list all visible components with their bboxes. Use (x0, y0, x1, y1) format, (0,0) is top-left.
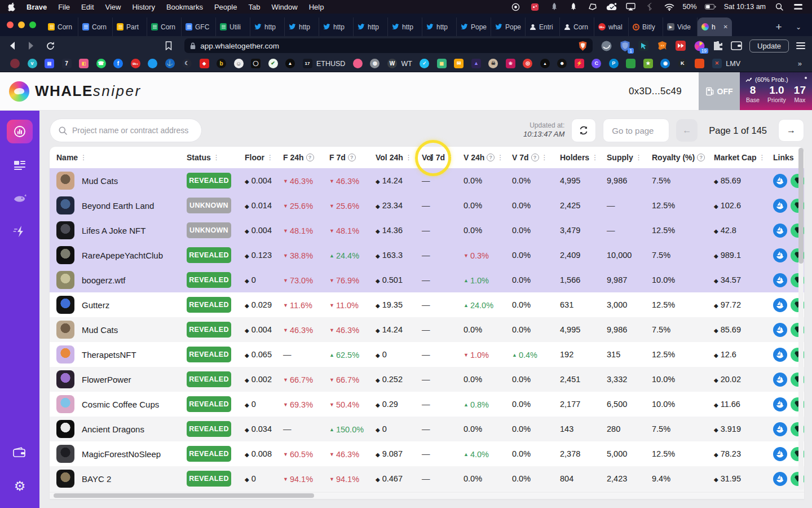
column-menu-icon[interactable]: ⋮ (758, 154, 765, 161)
new-tab-button[interactable]: + (769, 17, 788, 36)
column-header-supply[interactable]: Supply⋮ (607, 153, 652, 162)
column-header-f-7d[interactable]: F 7d? (329, 153, 376, 162)
column-menu-icon[interactable]: ⋮ (405, 154, 412, 161)
menu-item-people[interactable]: People (214, 3, 237, 11)
horizontal-scrollbar-thumb[interactable] (54, 493, 314, 498)
browser-tab-9[interactable]: http (319, 17, 354, 36)
menu-item-edit[interactable]: Edit (81, 3, 94, 11)
table-row-flowerpower[interactable]: FlowerPowerREVEALED◆0.002▼66.7%▼66.7%◆0.… (50, 367, 804, 392)
browser-tab-18[interactable]: bBitly (629, 17, 663, 36)
browser-tab-1[interactable]: Corn (44, 17, 78, 36)
opensea-link-icon[interactable] (773, 397, 787, 411)
column-help-icon[interactable]: ? (697, 154, 705, 161)
column-header-f-24h[interactable]: F 24h? (283, 153, 329, 162)
browser-tab-15[interactable]: Entri (526, 17, 560, 36)
bookmark-33-icon[interactable]: P (609, 59, 619, 68)
address-bar[interactable]: app.whaletogether.com (184, 38, 593, 53)
opensea-link-icon[interactable] (773, 323, 787, 337)
bookmark-12-icon[interactable]: ◆ (200, 59, 209, 68)
minimize-window-button[interactable] (18, 21, 25, 28)
opensea-link-icon[interactable] (773, 174, 787, 188)
opensea-link-icon[interactable] (773, 248, 787, 262)
forward-button[interactable] (26, 40, 37, 51)
bookmark-page-icon[interactable] (163, 40, 174, 51)
browser-tab-11[interactable]: http (388, 17, 422, 36)
browser-tab-19[interactable]: ▶Vide (663, 17, 698, 36)
bookmark-26-icon[interactable]: ☠ (488, 59, 498, 68)
sidebar-item-settings[interactable]: ⚙ (7, 474, 33, 498)
sidebar-item-dashboard[interactable] (7, 120, 33, 143)
table-row-beyond-earth-land[interactable]: Beyond Earth LandUNKNOWN◆0.014▼25.6%▼25.… (50, 193, 804, 218)
browser-tab-8[interactable]: http (285, 17, 319, 36)
opensea-link-icon[interactable] (773, 224, 787, 238)
menu-item-view[interactable]: View (105, 3, 121, 11)
bookmark-29-icon[interactable]: ▲ (540, 59, 550, 68)
column-header-vol-7d[interactable]: Vol 7d⋮ (422, 153, 464, 162)
next-page-button[interactable]: → (778, 119, 804, 142)
maximize-window-button[interactable] (29, 21, 36, 28)
bookmark-14-icon[interactable]: ☺ (234, 59, 244, 68)
close-window-button[interactable] (7, 21, 14, 28)
bookmark-39-icon[interactable]: ✕ (712, 59, 722, 68)
airplay-icon[interactable] (625, 1, 637, 12)
browser-tab-13[interactable]: Pope (457, 17, 491, 36)
bookmark-9-icon[interactable] (148, 59, 157, 68)
column-header-v-7d[interactable]: V 7d?⋮ (512, 153, 560, 162)
bookmark-2-icon[interactable]: v (28, 59, 37, 68)
column-menu-icon[interactable]: ⋮ (267, 154, 273, 161)
bookmark-label-ethusd[interactable]: ETHUSD (316, 60, 345, 68)
rocket-white-icon[interactable] (568, 1, 579, 12)
column-header-name[interactable]: Name⋮ (56, 153, 187, 162)
bookmark-25-icon[interactable]: ▲ (471, 59, 481, 68)
browser-update-button[interactable]: Update (749, 40, 789, 52)
column-help-icon[interactable]: ? (348, 154, 356, 161)
column-header-floor[interactable]: Floor⋮ (245, 153, 283, 162)
opensea-link-icon[interactable] (773, 422, 787, 436)
browser-tab-14[interactable]: Pope (491, 17, 526, 36)
sidebar-item-feed[interactable] (7, 153, 33, 177)
column-header-holders[interactable]: Holders⋮ (560, 153, 607, 162)
tab-close-icon[interactable]: ✕ (723, 24, 728, 30)
bookmark-label-wt[interactable]: WT (401, 60, 412, 68)
opensea-link-icon[interactable] (773, 472, 787, 486)
bookmark-17-icon[interactable]: ▲ (285, 59, 295, 68)
bookmark-4-icon[interactable]: 7 (62, 59, 72, 68)
opensea-link-icon[interactable] (773, 199, 787, 213)
bookmark-7-icon[interactable]: f (113, 59, 123, 68)
table-row-bayc-2[interactable]: BAYC 2REVEALED◆0▼94.1%▼94.1%◆0.467—0.0%0… (50, 466, 804, 491)
browser-tab-6[interactable]: Utili (216, 17, 250, 36)
table-row-magicforestnosleep[interactable]: MagicForestNoSleepREVEALED◆0.008▼60.5%▼4… (50, 441, 804, 466)
column-menu-icon[interactable]: ⋮ (213, 154, 220, 161)
metamask-extension-icon[interactable] (656, 40, 668, 51)
wallet-address[interactable]: 0x3D...5c49 (629, 72, 699, 110)
cloud-check-icon[interactable] (606, 1, 617, 12)
column-menu-icon[interactable]: ⋮ (497, 154, 504, 161)
bookmark-11-icon[interactable]: ☾ (182, 59, 192, 68)
extensions-puzzle-icon[interactable] (712, 40, 723, 51)
table-row-mud-cats[interactable]: Mud CatsREVEALED◆0.004▼46.3%▼46.3%◆14.24… (50, 317, 804, 342)
gas-toggle[interactable]: OFF (699, 72, 740, 110)
browser-tab-17[interactable]: 9k+whal (594, 17, 629, 36)
browser-tab-5[interactable]: GFC (182, 17, 216, 36)
bookmark-38-icon[interactable] (695, 59, 704, 68)
browser-tab-20[interactable]: h✕ (698, 17, 732, 36)
bookmark-24-icon[interactable]: ✉ (454, 59, 464, 68)
bookmark-3-icon[interactable]: ▤ (45, 59, 54, 68)
table-row-rareapepeyachtclub[interactable]: RareApepeYachtClubREVEALED◆0.123▼38.8%▲2… (50, 243, 804, 268)
bookmark-6-icon[interactable]: ☎ (96, 59, 106, 68)
bookmark-37-icon[interactable]: K (678, 59, 687, 68)
prev-page-button[interactable]: ← (676, 119, 698, 142)
bookmark-22-icon[interactable]: ✓ (420, 59, 429, 68)
red-app-icon[interactable] (529, 1, 541, 12)
menu-item-brave[interactable]: Brave (27, 3, 47, 11)
bookmark-36-icon[interactable]: ◉ (660, 59, 670, 68)
column-menu-icon[interactable]: ⋮ (447, 154, 454, 161)
gas-panel[interactable]: (60% Prob.) 8Base 1.0Priority 17Max (740, 72, 812, 110)
table-row-cosmic-coffee-cups[interactable]: Cosmic Coffee CupsREVEALED◆0▼69.3%▼50.4%… (50, 392, 804, 417)
menu-item-window[interactable]: Window (271, 3, 297, 11)
wallet-extension-icon[interactable]: 19 (694, 40, 705, 51)
bookmark-30-icon[interactable]: ☻ (557, 59, 567, 68)
bookmark-28-icon[interactable]: ◎ (523, 59, 532, 68)
sidebar-wallet-icon[interactable] (731, 40, 742, 51)
bookmark-34-icon[interactable] (626, 59, 636, 68)
